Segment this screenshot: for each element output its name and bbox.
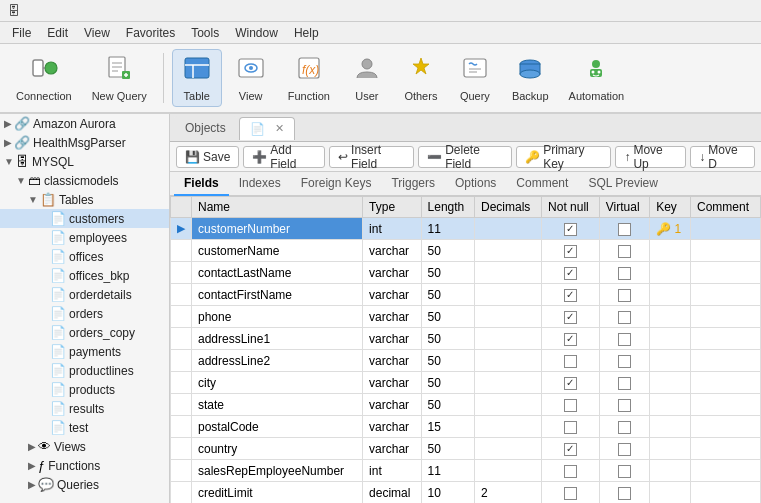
sidebar-item-healthmsgparser[interactable]: ▶🔗HealthMsgParser (0, 133, 169, 152)
notnull-checkbox-12[interactable] (564, 487, 577, 500)
sidebar-item-payments[interactable]: 📄payments (0, 342, 169, 361)
table-row[interactable]: countryvarchar50 (171, 438, 761, 460)
toolbar-new-query[interactable]: New Query (84, 49, 155, 107)
menu-item-favorites[interactable]: Favorites (118, 24, 183, 42)
field-virtual-2[interactable] (599, 262, 649, 284)
objects-tab[interactable]: Objects (174, 116, 237, 139)
table-row[interactable]: ▶customerNumberint11🔑 1 (171, 218, 761, 240)
toolbar-backup[interactable]: Backup (504, 49, 557, 107)
notnull-checkbox-5[interactable] (564, 333, 577, 346)
menu-item-view[interactable]: View (76, 24, 118, 42)
field-name-4[interactable]: phone (192, 306, 363, 328)
toolbar-query[interactable]: Query (450, 49, 500, 107)
field-virtual-12[interactable] (599, 482, 649, 504)
sidebar-item-views[interactable]: ▶👁Views (0, 437, 169, 456)
sub-tab-sql-preview[interactable]: SQL Preview (578, 172, 668, 196)
sidebar-item-orders[interactable]: 📄orders (0, 304, 169, 323)
sidebar-item-orders_copy[interactable]: 📄orders_copy (0, 323, 169, 342)
virtual-checkbox-9[interactable] (618, 421, 631, 434)
toolbar-view[interactable]: View (226, 49, 276, 107)
field-virtual-4[interactable] (599, 306, 649, 328)
field-name-12[interactable]: creditLimit (192, 482, 363, 504)
field-virtual-7[interactable] (599, 372, 649, 394)
sidebar-item-classicmodels[interactable]: ▼🗃classicmodels (0, 171, 169, 190)
delete-field-button[interactable]: ➖Delete Field (418, 146, 512, 168)
virtual-checkbox-7[interactable] (618, 377, 631, 390)
table-row[interactable]: customerNamevarchar50 (171, 240, 761, 262)
insert-field-button[interactable]: ↩Insert Field (329, 146, 414, 168)
field-name-10[interactable]: country (192, 438, 363, 460)
field-name-5[interactable]: addressLine1 (192, 328, 363, 350)
primary-key-button[interactable]: 🔑Primary Key (516, 146, 611, 168)
sidebar-item-productlines[interactable]: 📄productlines (0, 361, 169, 380)
sidebar-item-test[interactable]: 📄test (0, 418, 169, 437)
toolbar-connection[interactable]: Connection (8, 49, 80, 107)
sidebar-item-functions[interactable]: ▶ƒFunctions (0, 456, 169, 475)
table-tab[interactable]: 📄 ✕ (239, 117, 295, 140)
field-virtual-0[interactable] (599, 218, 649, 240)
sub-tab-comment[interactable]: Comment (506, 172, 578, 196)
sidebar-item-products[interactable]: 📄products (0, 380, 169, 399)
sidebar-item-amazon-aurora[interactable]: ▶🔗Amazon Aurora (0, 114, 169, 133)
sidebar-item-mysql[interactable]: ▼🗄MYSQL (0, 152, 169, 171)
notnull-checkbox-4[interactable] (564, 311, 577, 324)
field-virtual-11[interactable] (599, 460, 649, 482)
table-row[interactable]: statevarchar50 (171, 394, 761, 416)
virtual-checkbox-12[interactable] (618, 487, 631, 500)
field-notnull-9[interactable] (542, 416, 600, 438)
field-notnull-5[interactable] (542, 328, 600, 350)
virtual-checkbox-3[interactable] (618, 289, 631, 302)
notnull-checkbox-9[interactable] (564, 421, 577, 434)
sub-tab-fields[interactable]: Fields (174, 172, 229, 196)
notnull-checkbox-11[interactable] (564, 465, 577, 478)
menu-item-tools[interactable]: Tools (183, 24, 227, 42)
notnull-checkbox-7[interactable] (564, 377, 577, 390)
field-notnull-11[interactable] (542, 460, 600, 482)
field-name-11[interactable]: salesRepEmployeeNumber (192, 460, 363, 482)
field-notnull-8[interactable] (542, 394, 600, 416)
table-row[interactable]: postalCodevarchar15 (171, 416, 761, 438)
table-row[interactable]: cityvarchar50 (171, 372, 761, 394)
expand-healthmsgparser[interactable]: ▶ (4, 137, 12, 148)
notnull-checkbox-8[interactable] (564, 399, 577, 412)
field-name-0[interactable]: customerNumber (192, 218, 363, 240)
sidebar-item-employees[interactable]: 📄employees (0, 228, 169, 247)
field-notnull-2[interactable] (542, 262, 600, 284)
expand-views[interactable]: ▶ (28, 441, 36, 452)
menu-item-edit[interactable]: Edit (39, 24, 76, 42)
save-button[interactable]: 💾Save (176, 146, 239, 168)
virtual-checkbox-5[interactable] (618, 333, 631, 346)
field-name-3[interactable]: contactFirstName (192, 284, 363, 306)
field-virtual-5[interactable] (599, 328, 649, 350)
menu-item-window[interactable]: Window (227, 24, 286, 42)
menu-item-file[interactable]: File (4, 24, 39, 42)
field-notnull-6[interactable] (542, 350, 600, 372)
toolbar-table[interactable]: Table (172, 49, 222, 107)
virtual-checkbox-10[interactable] (618, 443, 631, 456)
menu-item-help[interactable]: Help (286, 24, 327, 42)
expand-queries[interactable]: ▶ (28, 479, 36, 490)
table-row[interactable]: addressLine1varchar50 (171, 328, 761, 350)
field-notnull-12[interactable] (542, 482, 600, 504)
virtual-checkbox-4[interactable] (618, 311, 631, 324)
notnull-checkbox-3[interactable] (564, 289, 577, 302)
expand-amazon-aurora[interactable]: ▶ (4, 118, 12, 129)
toolbar-others[interactable]: Others (396, 49, 446, 107)
expand-functions[interactable]: ▶ (28, 460, 36, 471)
notnull-checkbox-0[interactable] (564, 223, 577, 236)
sidebar-item-offices[interactable]: 📄offices (0, 247, 169, 266)
field-notnull-1[interactable] (542, 240, 600, 262)
table-row[interactable]: phonevarchar50 (171, 306, 761, 328)
sub-tab-indexes[interactable]: Indexes (229, 172, 291, 196)
virtual-checkbox-6[interactable] (618, 355, 631, 368)
field-virtual-10[interactable] (599, 438, 649, 460)
field-virtual-1[interactable] (599, 240, 649, 262)
field-notnull-3[interactable] (542, 284, 600, 306)
sub-tab-triggers[interactable]: Triggers (381, 172, 445, 196)
sub-tab-foreign-keys[interactable]: Foreign Keys (291, 172, 382, 196)
field-notnull-0[interactable] (542, 218, 600, 240)
table-row[interactable]: contactFirstNamevarchar50 (171, 284, 761, 306)
field-virtual-6[interactable] (599, 350, 649, 372)
table-row[interactable]: creditLimitdecimal102 (171, 482, 761, 504)
field-virtual-9[interactable] (599, 416, 649, 438)
